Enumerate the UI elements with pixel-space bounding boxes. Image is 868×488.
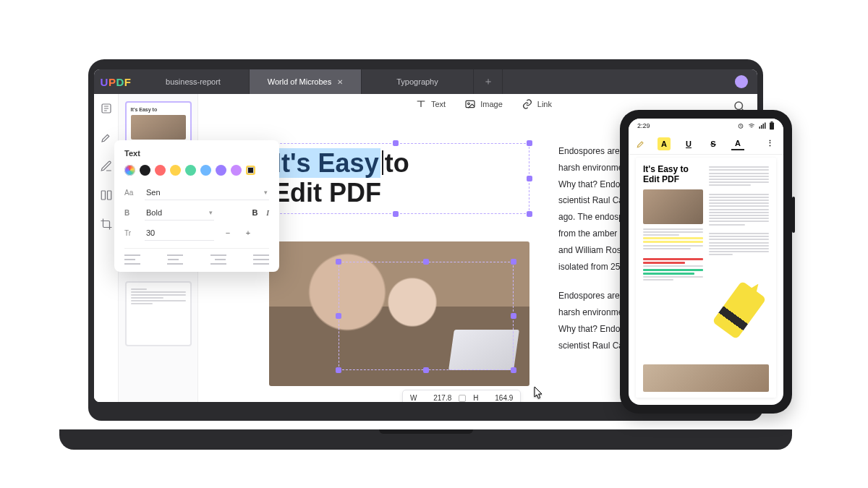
resize-handle[interactable] <box>527 140 532 146</box>
tool-link[interactable]: Link <box>522 98 552 110</box>
phone-status-icons <box>737 121 775 130</box>
svg-rect-12 <box>771 121 773 123</box>
chevron-down-icon: ▾ <box>209 209 213 216</box>
image-tool-icon <box>464 98 476 110</box>
swatch-blue[interactable] <box>200 165 211 176</box>
resize-handle[interactable] <box>336 259 341 265</box>
underline-tool[interactable]: U <box>682 137 695 150</box>
align-right[interactable] <box>210 254 226 265</box>
swatch-purple[interactable] <box>216 165 226 176</box>
image-crop-selection[interactable] <box>339 262 514 370</box>
crop-icon[interactable] <box>99 217 114 231</box>
resize-handle[interactable] <box>423 367 429 373</box>
svg-point-5 <box>735 102 743 110</box>
image-block[interactable]: W 217.8 H 164.9 <box>269 241 529 386</box>
text-format-popover[interactable]: Text Aa Sen▾ <box>114 140 279 272</box>
thumbnail-page-3[interactable] <box>125 281 192 346</box>
font-family-select[interactable]: Sen▾ <box>145 184 269 200</box>
tool-image[interactable]: Image <box>464 98 503 110</box>
strike-tool[interactable]: S <box>707 137 720 150</box>
mouse-cursor-icon <box>534 386 544 399</box>
align-justify[interactable] <box>253 254 269 265</box>
highlight-tool[interactable]: A <box>658 137 671 150</box>
headline-text[interactable]: It's Easyto Edit PDF <box>263 144 529 213</box>
swatch-red[interactable] <box>155 165 166 176</box>
italic-toggle[interactable]: I <box>266 208 269 217</box>
font-size-row: Tr 30 − + <box>124 225 269 241</box>
resize-handle[interactable] <box>336 313 341 319</box>
resize-handle[interactable] <box>511 313 516 319</box>
tab-business-report[interactable]: business-report <box>137 69 250 94</box>
wifi-icon <box>747 122 756 129</box>
resize-handle[interactable] <box>393 211 399 217</box>
color-picker-icon[interactable] <box>124 165 135 176</box>
resize-handle[interactable] <box>511 259 516 265</box>
dimension-readout: W 217.8 H 164.9 <box>402 390 521 402</box>
link-tool-icon <box>522 98 533 110</box>
more-menu-icon[interactable]: ⋮ <box>763 137 776 150</box>
resize-handle[interactable] <box>393 140 399 146</box>
annotate-icon[interactable] <box>99 130 114 145</box>
alignment-row <box>124 248 269 265</box>
popover-title: Text <box>124 149 269 158</box>
resize-handle[interactable] <box>527 211 532 217</box>
svg-rect-11 <box>770 123 774 130</box>
text-color-tool[interactable]: A <box>731 137 744 150</box>
bold-toggle[interactable]: B <box>252 208 258 217</box>
close-tab-icon[interactable]: ✕ <box>337 78 343 86</box>
thumb-image <box>131 115 186 140</box>
battery-icon <box>769 121 775 130</box>
resize-handle[interactable] <box>527 176 532 181</box>
swatch-green[interactable] <box>185 165 196 176</box>
text-edit-box[interactable]: It's Easyto Edit PDF <box>262 143 529 214</box>
thumb-title: It's Easy to <box>131 107 186 112</box>
tab-typography[interactable]: Typography <box>362 69 474 94</box>
resize-handle[interactable] <box>511 367 516 373</box>
font-weight-row: B Bold▾ B I <box>124 205 269 221</box>
yellow-highlight <box>643 237 703 239</box>
swatch-black[interactable] <box>140 165 150 176</box>
app-logo: UPDF <box>94 69 137 94</box>
svg-rect-1 <box>101 191 105 200</box>
phone-document[interactable]: It's Easy toEdit PDF <box>636 158 776 398</box>
resize-handle[interactable] <box>423 259 429 265</box>
text-tool-icon <box>415 98 427 110</box>
swatch-yellow[interactable] <box>170 165 181 176</box>
reader-mode-icon[interactable] <box>99 101 114 116</box>
phone-time: 2:29 <box>637 122 650 129</box>
alarm-icon <box>737 122 744 129</box>
svg-rect-9 <box>763 124 765 129</box>
text-caret <box>382 150 383 175</box>
new-tab-button[interactable]: ＋ <box>474 69 503 94</box>
tab-label: business-report <box>166 77 221 86</box>
svg-rect-7 <box>760 127 761 129</box>
aspect-lock-icon[interactable] <box>459 395 466 402</box>
align-center[interactable] <box>167 254 183 265</box>
titlebar-right <box>726 69 757 94</box>
organize-icon[interactable] <box>99 188 114 202</box>
svg-point-4 <box>468 103 470 105</box>
swatch-violet[interactable] <box>231 165 242 176</box>
font-weight-select[interactable]: Bold▾ <box>145 205 214 221</box>
signal-icon <box>759 122 766 129</box>
size-decrement[interactable]: − <box>221 226 234 239</box>
red-underline <box>643 258 703 260</box>
green-highlight <box>643 273 694 275</box>
svg-rect-10 <box>765 123 766 129</box>
bold-italic-toggle: B I <box>252 208 269 217</box>
align-left[interactable] <box>124 254 140 265</box>
font-family-row: Aa Sen▾ <box>124 184 269 200</box>
tool-text[interactable]: Text <box>415 98 446 110</box>
user-avatar[interactable] <box>735 75 748 88</box>
swatch-custom[interactable] <box>246 166 255 175</box>
size-increment[interactable]: + <box>242 226 255 239</box>
highlighter-pen-icon <box>712 281 766 339</box>
resize-handle[interactable] <box>336 367 341 373</box>
font-size-field[interactable]: 30 <box>145 225 214 241</box>
pencil-icon[interactable] <box>636 139 646 149</box>
phone-frame: 2:29 A U S A ⋮ It's Easy toEdit PDF <box>620 110 792 414</box>
edit-icon[interactable] <box>99 159 114 174</box>
yellow-highlight <box>643 241 703 243</box>
svg-rect-2 <box>107 191 111 200</box>
tab-world-of-microbes[interactable]: World of Microbes ✕ <box>250 69 362 94</box>
